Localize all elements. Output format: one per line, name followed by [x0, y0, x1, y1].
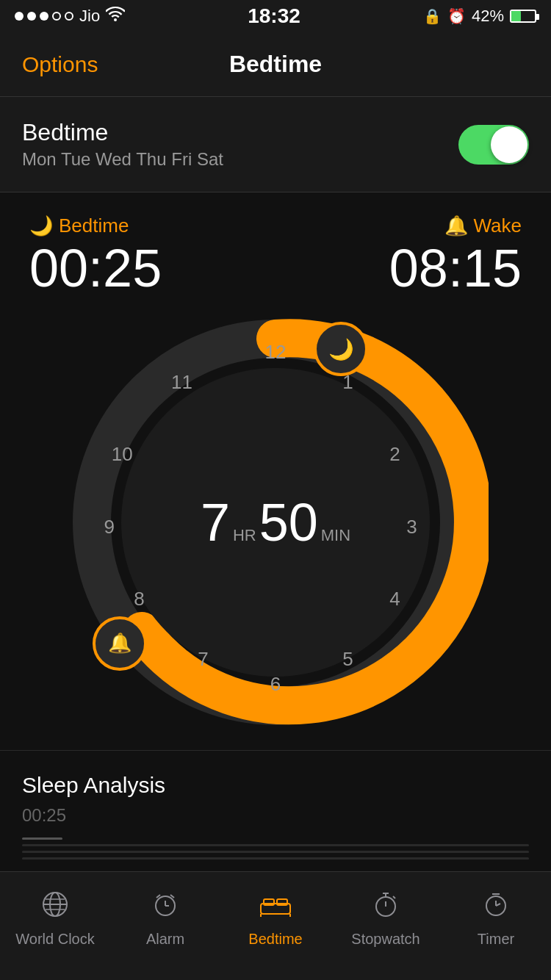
- signal-dots: [15, 12, 73, 21]
- dot-1: [15, 12, 24, 21]
- clock-num-5: 5: [342, 647, 353, 670]
- alarm-icon: [151, 890, 179, 925]
- toggle-knob: [491, 126, 527, 163]
- bedtime-label-group: Bedtime Mon Tue Wed Thu Fri Sat: [22, 119, 223, 170]
- dot-4: [52, 12, 61, 21]
- clock-num-3: 3: [406, 515, 417, 538]
- tab-world-clock[interactable]: World Clock: [7, 890, 103, 948]
- options-button[interactable]: Options: [22, 52, 98, 77]
- clock-num-6: 6: [270, 673, 281, 696]
- wake-time-label: 🔔 Wake: [389, 215, 522, 237]
- clock-face: 7 HR 50 MIN: [121, 368, 430, 677]
- bedtime-toggle[interactable]: [458, 125, 529, 165]
- status-left: Jio: [15, 7, 125, 26]
- tab-stopwatch[interactable]: Stopwatch: [338, 890, 433, 948]
- dot-3: [40, 12, 48, 21]
- wake-time-block[interactable]: 🔔 Wake 08:15: [389, 215, 522, 295]
- world-clock-label: World Clock: [15, 931, 94, 948]
- handle-moon-icon: 🌙: [328, 337, 354, 361]
- wake-time-value: 08:15: [389, 242, 522, 295]
- moon-icon: 🌙: [29, 215, 53, 237]
- timer-label: Timer: [478, 931, 514, 948]
- world-clock-icon: [41, 890, 69, 925]
- sleep-duration: 7 HR 50 MIN: [201, 492, 350, 552]
- status-bar: Jio 18:32 🔒 ⏰ 42%: [0, 0, 551, 32]
- analysis-bar-1: [22, 837, 62, 840]
- times-section: 🌙 Bedtime 00:25 🔔 Wake 08:15: [0, 192, 551, 302]
- bedtime-toggle-section: Bedtime Mon Tue Wed Thu Fri Sat: [0, 97, 551, 192]
- nav-title: Bedtime: [229, 51, 322, 78]
- svg-line-20: [393, 896, 395, 898]
- wifi-icon: [106, 7, 125, 26]
- tab-bedtime[interactable]: Bedtime: [228, 890, 323, 948]
- bedtime-time-value: 00:25: [29, 242, 162, 295]
- clock-num-2: 2: [389, 443, 400, 466]
- clock-num-7: 7: [198, 647, 208, 670]
- bedtime-main-label: Bedtime: [22, 119, 223, 146]
- timer-icon: [482, 890, 510, 925]
- analysis-bar-4: [22, 857, 529, 860]
- clock-num-11: 11: [171, 370, 192, 393]
- clock-num-8: 8: [134, 588, 144, 610]
- stopwatch-label: Stopwatch: [351, 931, 419, 948]
- dot-5: [65, 12, 73, 21]
- lock-icon: 🔒: [423, 7, 442, 25]
- battery-fill: [511, 11, 521, 21]
- clock-num-10: 10: [112, 443, 133, 466]
- analysis-bars: [22, 837, 529, 860]
- clock-num-9: 9: [104, 515, 115, 538]
- carrier-label: Jio: [79, 7, 100, 26]
- tab-timer[interactable]: Timer: [448, 890, 544, 948]
- duration-min-unit: MIN: [321, 526, 350, 545]
- analysis-title: Sleep Analysis: [22, 773, 529, 798]
- bedtime-time-label: 🌙 Bedtime: [29, 215, 162, 237]
- stopwatch-icon: [372, 890, 400, 925]
- alarm-label: Alarm: [146, 931, 184, 948]
- bell-icon: 🔔: [444, 215, 468, 237]
- analysis-bar-2: [22, 844, 529, 846]
- tab-alarm[interactable]: Alarm: [118, 890, 213, 948]
- bedtime-tab-label: Bedtime: [248, 931, 302, 948]
- bedtime-icon: [259, 890, 292, 925]
- alarm-status-icon: ⏰: [447, 7, 466, 25]
- handle-bell-icon: 🔔: [108, 632, 132, 655]
- status-time: 18:32: [248, 4, 300, 28]
- bedtime-time-block[interactable]: 🌙 Bedtime 00:25: [29, 215, 162, 295]
- clock-container: 7 HR 50 MIN 12 1 2 3 4 5 6 7 8 9 10 11: [62, 309, 489, 735]
- status-right: 🔒 ⏰ 42%: [423, 7, 536, 26]
- clock-num-12: 12: [265, 341, 287, 364]
- duration-hr-unit: HR: [233, 526, 256, 545]
- tab-bar: World Clock Alarm Bedtime: [0, 871, 551, 980]
- analysis-bar-3: [22, 851, 529, 853]
- nav-bar: Options Bedtime: [0, 32, 551, 97]
- battery-percent: 42%: [472, 7, 504, 26]
- sleep-analysis-section: Sleep Analysis 00:25: [0, 750, 551, 879]
- analysis-time: 00:25: [22, 805, 529, 826]
- duration-hours: 7: [201, 492, 230, 552]
- wake-handle[interactable]: 🔔: [93, 616, 147, 671]
- battery-icon: [510, 10, 536, 23]
- clock-section: 7 HR 50 MIN 12 1 2 3 4 5 6 7 8 9 10 11: [0, 302, 551, 750]
- duration-minutes: 50: [259, 492, 318, 552]
- clock-num-4: 4: [389, 588, 400, 610]
- bedtime-days: Mon Tue Wed Thu Fri Sat: [22, 149, 223, 170]
- dot-2: [27, 12, 36, 21]
